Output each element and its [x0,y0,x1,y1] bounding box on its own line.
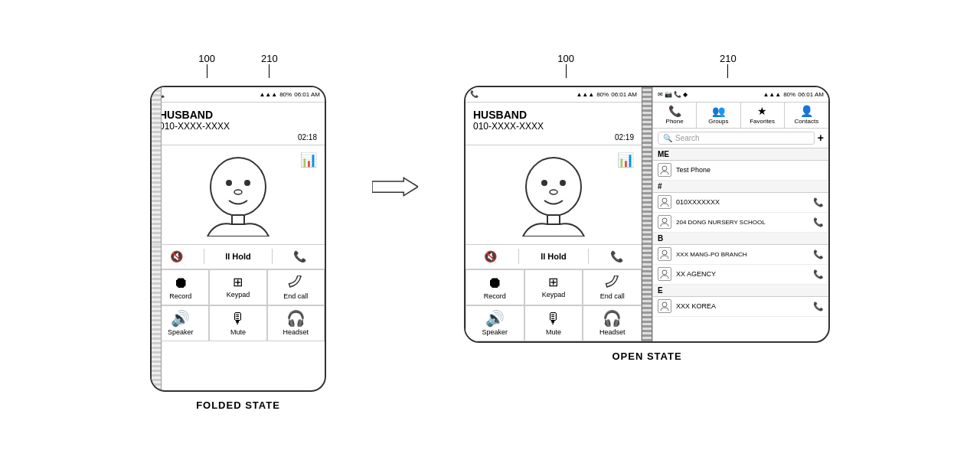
contact-name-204: 204 DONG NURSERY SCHOOL [676,219,808,226]
headset-icon-folded: 🎧 [286,311,305,326]
contacts-signal: ▲▲▲ [763,91,781,98]
contact-avatar-204 [658,215,671,229]
phone-status-icon-open: 📞 [470,90,479,98]
msg-icon: ✉ [658,91,663,98]
mute-label-folded: Mute [230,328,246,336]
endcall-button-open[interactable]: End call [583,269,642,305]
ref-210-open: 210 [720,53,737,80]
signal-bars-folded: ▲▲▲ [259,91,277,98]
call-name-folded: HUSBAND [159,109,317,121]
search-placeholder: Search [675,134,700,142]
left-phone-panel: 📞 ▲▲▲ 80% 06:01 AM HUSBAND 010-XXXX-XXXX… [466,87,642,341]
contacts-status-icons: ✉ 📷 📞 ◆ [658,91,688,98]
contact-xx-agency[interactable]: XX AGENCY 📞 [653,265,828,285]
endcall-icon-folded [286,275,305,290]
status-left-folded: 📞 [156,90,165,98]
keypad-button-folded[interactable]: ⊞ Keypad [209,269,266,305]
tab-phone-label: Phone [666,118,684,125]
record-button-folded[interactable]: ⏺ Record [152,269,209,305]
status-right-folded: ▲▲▲ 80% 06:01 AM [259,91,320,98]
contact-list: ME Test Phone # 010XXXXXXX [653,148,828,341]
signal-bars-open: ▲▲▲ [576,91,594,98]
tab-phone-icon: 📞 [668,106,681,116]
hold-bar-folded: 🔇 ll Hold 📞 [152,245,325,269]
svg-point-12 [662,198,667,203]
contact-xxx-korea[interactable]: XXX KOREA 📞 [653,297,828,317]
time-folded: 06:01 AM [294,91,320,98]
speaker-button-open[interactable]: 🔊 Speaker [466,305,524,341]
arrow-container [372,175,418,198]
mute-icon2-open: 🎙 [546,311,561,326]
tab-phone[interactable]: 📞 Phone [653,103,697,128]
record-icon-open: ⏺ [487,275,502,290]
folded-state-label: FOLDED STATE [196,399,280,411]
record-button-open[interactable]: ⏺ Record [466,269,524,305]
ref-210-folded-label: 210 [261,53,278,64]
keypad-button-open[interactable]: ⊞ Keypad [524,269,583,305]
svg-point-8 [560,180,566,186]
svg-point-6 [526,158,581,216]
svg-point-2 [244,180,250,186]
headset-label-folded: Headset [283,328,309,336]
open-state-device: 📞 ▲▲▲ 80% 06:01 AM HUSBAND 010-XXXX-XXXX… [464,86,830,343]
svg-point-15 [662,270,667,275]
tab-contacts[interactable]: 👤 Contacts [785,103,828,128]
tab-favorites-icon: ★ [757,106,767,116]
avatar-area-open: 📊 [466,145,642,245]
hold-divider1-open [518,249,519,264]
avatar-area-folded: 📊 [152,145,325,245]
ref-100-open: 100 [557,53,574,80]
tab-contacts-label: Contacts [795,118,819,125]
svg-point-13 [662,218,667,223]
hold-divider1-folded [204,249,204,264]
contact-phone-010: 📞 [813,197,824,207]
contacts-status-bar: ✉ 📷 📞 ◆ ▲▲▲ 80% 06:01 AM [653,87,828,103]
svg-rect-4 [232,215,244,224]
contact-mang-po[interactable]: XXX MANG-PO BRANCH 📞 [653,245,828,265]
headset-button-folded[interactable]: 🎧 Headset [267,305,325,341]
speaker-label-folded: Speaker [168,328,194,336]
phone-icon-contacts: 📞 [674,91,681,98]
contact-204-dong[interactable]: 204 DONG NURSERY SCHOOL 📞 [653,213,828,233]
contacts-tabs: 📞 Phone 👥 Groups ★ Favorites 👤 Contacts [653,103,828,129]
mute-icon-folded: 🔇 [170,250,183,262]
hold-text-open: ll Hold [541,252,567,261]
time-open: 06:01 AM [611,91,637,98]
endcall-button-folded[interactable]: End call [267,269,325,305]
tab-favorites[interactable]: ★ Favorites [741,103,785,128]
contact-avatar-korea [658,299,671,313]
status-bar-folded: 📞 ▲▲▲ 80% 06:01 AM [152,87,325,103]
add-contact-button[interactable]: + [818,132,824,144]
mute-button-open[interactable]: 🎙 Mute [524,305,583,341]
keypad-label-folded: Keypad [227,291,250,298]
btn-grid-open: ⏺ Record ⊞ Keypad End call 🔊 [466,269,642,341]
status-right-open: ▲▲▲ 80% 06:01 AM [576,91,637,98]
hold-divider2-open [588,249,589,264]
contact-name-agency: XX AGENCY [676,270,808,278]
hold-divider2-folded [272,249,273,264]
headset-icon-open: 🎧 [603,311,622,326]
tab-groups[interactable]: 👥 Groups [697,103,740,128]
ref-210-folded: 210 [261,53,278,80]
contact-name-mang: XXX MANG-PO BRANCH [676,251,808,258]
speaker-icon-open: 🔊 [485,311,505,326]
search-input[interactable]: 🔍 Search [658,132,815,145]
mute-button-folded[interactable]: 🎙 Mute [209,305,266,341]
contact-phone-mang: 📞 [813,249,824,259]
section-e: E [653,285,828,297]
call-icon-folded: 📞 [293,250,306,262]
contact-010[interactable]: 010XXXXXXX 📞 [653,193,828,213]
contact-test-phone[interactable]: Test Phone [653,161,828,181]
mute-icon-open: 🔇 [484,250,497,262]
search-icon: 🔍 [663,134,672,142]
main-container: 100 210 📞 ▲▲▲ 80% 06:01 AM [0,37,980,426]
section-hash: # [653,181,828,193]
hinge-strip [642,87,652,341]
svg-point-1 [226,180,232,186]
contact-name-test-phone: Test Phone [676,166,824,174]
speaker-button-folded[interactable]: 🔊 Speaker [152,305,209,341]
headset-button-open[interactable]: 🎧 Headset [583,305,642,341]
endcall-label-open: End call [600,292,625,300]
tab-favorites-label: Favorites [750,118,775,125]
ref-numbers-open: 100 210 [557,53,736,80]
